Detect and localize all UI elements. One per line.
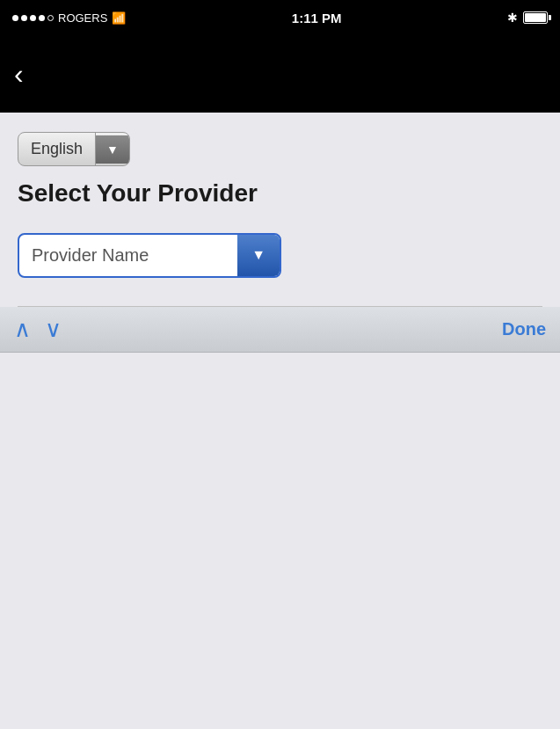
picker-toolbar: ∧ ∨ Done [0, 307, 560, 353]
wifi-icon: 📶 [112, 11, 126, 25]
signal-dot-4 [39, 15, 45, 21]
provider-dropdown-arrow: ▼ [237, 235, 280, 276]
provider-arrow-icon: ▼ [251, 247, 265, 263]
signal-dot-5 [47, 15, 54, 21]
battery-level [525, 13, 546, 22]
status-right: ✱ [507, 11, 548, 25]
language-label: English [18, 133, 96, 165]
battery-icon [523, 11, 548, 24]
language-selector[interactable]: English ▼ [18, 132, 130, 166]
status-left: ROGERS 📶 [12, 11, 126, 25]
bottom-section: ∧ ∨ Done Provider Name Telus Videotron [0, 307, 560, 353]
page-title: Select Your Provider [18, 179, 542, 208]
language-arrow-icon: ▼ [106, 142, 119, 157]
status-bar: ROGERS 📶 1:11 PM ✱ [0, 0, 560, 35]
picker-down-button[interactable]: ∨ [45, 317, 62, 340]
picker-done-button[interactable]: Done [502, 319, 546, 339]
signal-dots [12, 15, 54, 21]
signal-dot-3 [30, 15, 36, 21]
back-button[interactable]: ‹ [14, 56, 31, 91]
provider-dropdown[interactable]: Provider Name ▼ [18, 233, 281, 278]
bluetooth-icon: ✱ [507, 11, 518, 25]
provider-placeholder: Provider Name [19, 235, 237, 276]
picker-nav: ∧ ∨ [14, 317, 62, 340]
signal-dot-1 [12, 15, 18, 21]
status-time: 1:11 PM [292, 11, 342, 26]
picker-up-button[interactable]: ∧ [14, 317, 31, 340]
carrier-name: ROGERS [58, 11, 107, 25]
main-content: English ▼ Select Your Provider Provider … [0, 113, 560, 307]
signal-dot-2 [21, 15, 27, 21]
nav-bar: ‹ [0, 35, 560, 113]
language-dropdown-arrow: ▼ [96, 135, 129, 164]
